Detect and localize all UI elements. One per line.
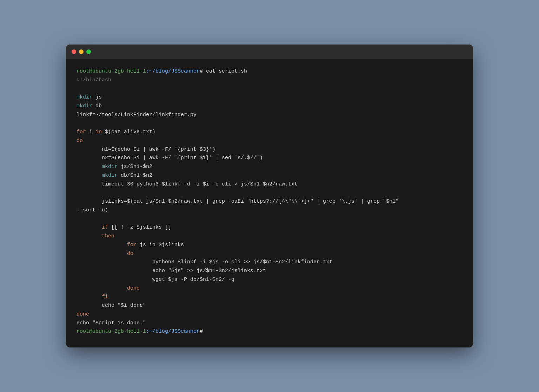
line-mkdir-n1-arg: js/$n1-$n2 — [118, 164, 152, 170]
line-mkdir-js-arg: js — [92, 94, 102, 100]
line-echo-done: echo "$i done" — [102, 303, 146, 309]
keyword-if: if — [102, 224, 108, 230]
keyword-done-inner: done — [127, 285, 140, 291]
for-inner-body: js in $jslinks — [137, 242, 184, 248]
line-mkdir-js: mkdir — [76, 94, 92, 100]
line-mkdir-n2: mkdir — [102, 173, 118, 178]
terminal-window: root@ubuntu-2gb-hel1-1:~/blog/JSScanner#… — [66, 45, 473, 347]
terminal-body: root@ubuntu-2gb-hel1-1:~/blog/JSScanner#… — [66, 59, 473, 347]
keyword-then: then — [102, 233, 114, 239]
command-text: cat script.sh — [206, 68, 247, 74]
line-mkdir-db-arg: db — [92, 103, 102, 109]
keyword-do-inner: do — [127, 251, 133, 257]
keyword-do-outer: do — [76, 138, 83, 144]
minimize-button[interactable] — [79, 49, 84, 54]
prompt-symbol: # — [200, 68, 206, 74]
prompt-path: :~/blog/JSScanner — [146, 68, 200, 74]
line-mkdir-n1: mkdir — [102, 164, 118, 170]
final-prompt-path: :~/blog/JSScanner — [146, 329, 200, 334]
final-prompt-user: root@ubuntu-2gb-hel1-1 — [76, 329, 146, 334]
keyword-done-outer: done — [76, 311, 89, 317]
keyword-in: in — [95, 129, 102, 135]
keyword-fi: fi — [102, 294, 108, 300]
for-var: i — [86, 129, 95, 135]
line-n1: n1=$(echo $i | awk -F/ '{print $3}') — [102, 147, 215, 153]
line-echo-js: echo "$js" >> js/$n1-$n2/jslinks.txt — [152, 268, 266, 274]
line-mkdir-n2-arg: db/$n1-$n2 — [118, 173, 152, 178]
close-button[interactable] — [72, 49, 76, 54]
shebang: #!/bin/bash — [76, 77, 111, 83]
line-python3-linkf: python3 $linkf -i $js -o cli >> js/$n1-$… — [152, 259, 332, 265]
line-n2: n2=$(echo $i | awk -F/ '{print $1}' | se… — [102, 155, 266, 161]
maximize-button[interactable] — [86, 49, 91, 54]
final-prompt-symbol: # — [200, 329, 203, 334]
for-body: $(cat alive.txt) — [102, 129, 155, 135]
line-echo-script: echo "Script is done." — [76, 320, 146, 326]
line-jslinks-cont: | sort -u) — [76, 207, 108, 213]
prompt-user: root@ubuntu-2gb-hel1-1 — [76, 68, 146, 74]
keyword-for-inner: for — [127, 242, 137, 248]
line-wget: wget $js -P db/$n1-$n2/ -q — [152, 277, 234, 283]
line-linkf: linkf=~/tools/LinkFinder/linkfinder.py — [76, 112, 197, 118]
if-condition: [[ ! -z $jslinks ]] — [108, 224, 171, 230]
keyword-for: for — [76, 129, 86, 135]
line-jslinks: jslinks=$(cat js/$n1-$n2/raw.txt | grep … — [102, 198, 399, 204]
line-mkdir-db: mkdir — [76, 103, 92, 109]
line-timeout: timeout 30 python3 $linkf -d -i $i -o cl… — [102, 181, 298, 187]
title-bar — [66, 45, 473, 59]
